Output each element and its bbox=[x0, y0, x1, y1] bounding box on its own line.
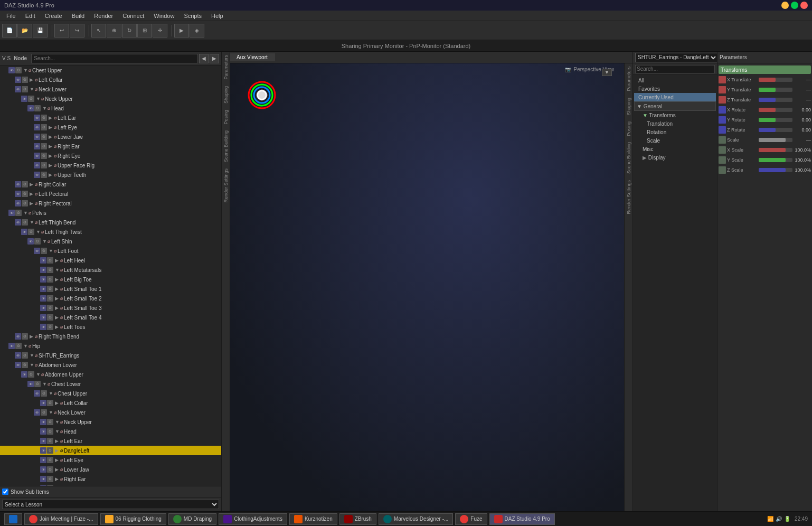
render-icon[interactable]: ⊙ bbox=[47, 324, 53, 330]
expand-arrow[interactable]: ▶ bbox=[55, 258, 60, 263]
param-slider-x-rotate[interactable] bbox=[759, 108, 792, 112]
tool-iray[interactable]: ◈ bbox=[190, 24, 204, 37]
render-icon[interactable]: ⊙ bbox=[47, 419, 53, 425]
vtab-posing[interactable]: Posing bbox=[625, 118, 632, 139]
rp-item-transforms[interactable]: ▼ Transforms bbox=[634, 111, 716, 119]
tool-universal[interactable]: ✛ bbox=[153, 24, 167, 37]
rp-item-favorites[interactable]: Favorites bbox=[634, 84, 716, 93]
visibility-icon[interactable]: 👁 bbox=[8, 210, 15, 216]
param-group-transforms-header[interactable]: Transforms bbox=[719, 65, 811, 74]
taskbar-fuze2[interactable]: Fuze bbox=[455, 513, 487, 525]
tab-posing[interactable]: Posing bbox=[222, 107, 230, 128]
taskbar-kurznotizen[interactable]: Kurznotizen bbox=[289, 513, 337, 525]
expand-arrow[interactable]: ▶ bbox=[55, 476, 60, 482]
render-icon[interactable]: ⊙ bbox=[41, 134, 47, 140]
expand-arrow[interactable]: ▶ bbox=[30, 201, 35, 206]
render-icon[interactable]: ⊙ bbox=[47, 447, 53, 454]
visibility-icon[interactable]: 👁 bbox=[15, 191, 21, 197]
expand-arrow[interactable]: ▼ bbox=[30, 220, 35, 225]
visibility-icon[interactable]: 👁 bbox=[15, 86, 21, 92]
tree-node-chest-upper[interactable]: 👁⊙▼⌀Chest Upper bbox=[0, 65, 221, 75]
expand-arrow[interactable]: ▼ bbox=[55, 429, 60, 434]
expand-arrow[interactable]: ▶ bbox=[30, 334, 35, 339]
tab-scene-building[interactable]: Scene Building bbox=[222, 127, 230, 165]
tab-parameters[interactable]: Parameters bbox=[222, 52, 230, 83]
visibility-icon[interactable]: 👁 bbox=[8, 67, 15, 73]
viewport-tab-aux[interactable]: Aux Viewport bbox=[230, 53, 275, 61]
tree-node-left-small-toe-1[interactable]: 👁⊙▶⌀Left Small Toe 1 bbox=[0, 284, 221, 294]
expand-arrow[interactable]: ▼ bbox=[49, 248, 54, 253]
expand-arrow[interactable]: ▼ bbox=[42, 239, 48, 244]
right-panel-search-input[interactable] bbox=[635, 65, 715, 73]
expand-arrow[interactable]: ▶ bbox=[30, 182, 35, 187]
menu-scripts[interactable]: Scripts bbox=[180, 12, 206, 20]
render-icon[interactable]: ⊙ bbox=[28, 371, 34, 378]
render-icon[interactable]: ⊙ bbox=[47, 400, 53, 406]
param-slider-z-rotate[interactable] bbox=[759, 128, 792, 132]
taskbar-daz[interactable]: DAZ Studio 4.9 Pro bbox=[489, 513, 555, 525]
tree-node-left-metatarsals[interactable]: 👁⊙▼⌀Left Metatarsals bbox=[0, 265, 221, 275]
tree-node-left-ear[interactable]: 👁⊙▶⌀Left Ear bbox=[0, 113, 221, 123]
close-button[interactable] bbox=[800, 2, 808, 9]
vtab-render-settings[interactable]: Render Settings bbox=[625, 177, 632, 218]
render-icon[interactable]: ⊙ bbox=[28, 96, 34, 102]
tree-node-lower-jaw[interactable]: 👁⊙▶⌀Lower Jaw bbox=[0, 465, 221, 474]
visibility-icon[interactable]: 👁 bbox=[40, 476, 46, 482]
visibility-icon[interactable]: 👁 bbox=[40, 324, 46, 330]
expand-arrow[interactable]: ▶ bbox=[49, 163, 54, 168]
visibility-icon[interactable]: 👁 bbox=[15, 200, 21, 206]
tree-node-abdomen-lower[interactable]: 👁⊙▼⌀Abdomen Lower bbox=[0, 360, 221, 370]
tree-node-left-shin[interactable]: 👁⊙▼⌀Left Shin bbox=[0, 237, 221, 246]
expand-arrow[interactable]: ▶ bbox=[30, 191, 35, 196]
visibility-icon[interactable]: 👁 bbox=[34, 115, 40, 121]
expand-arrow[interactable]: ▶ bbox=[55, 400, 60, 406]
sidebar-search-input[interactable] bbox=[31, 54, 198, 63]
visibility-icon[interactable]: 👁 bbox=[34, 134, 40, 140]
tree-node-right-pectoral[interactable]: 👁⊙▶⌀Right Pectoral bbox=[0, 199, 221, 208]
expand-arrow[interactable]: ▼ bbox=[36, 229, 41, 234]
visibility-icon[interactable]: 👁 bbox=[40, 295, 46, 302]
tree-node-right-collar[interactable]: 👁⊙▶⌀Right Collar bbox=[0, 180, 221, 189]
visibility-icon[interactable]: 👁 bbox=[8, 343, 15, 349]
render-icon[interactable]: ⊙ bbox=[34, 381, 41, 387]
expand-arrow[interactable]: ▶ bbox=[55, 324, 60, 330]
visibility-icon[interactable]: 👁 bbox=[15, 362, 21, 368]
tree-node-right-ear[interactable]: 👁⊙▶⌀Right Ear bbox=[0, 142, 221, 151]
param-slider-scale[interactable] bbox=[759, 138, 792, 142]
expand-arrow[interactable]: ▼ bbox=[49, 410, 54, 415]
expand-arrow[interactable]: ▼ bbox=[36, 372, 41, 377]
rp-item-display[interactable]: ▶ Display bbox=[634, 153, 716, 162]
tree-node-left-toes[interactable]: 👁⊙▶⌀Left Toes bbox=[0, 322, 221, 332]
tool-save[interactable]: 💾 bbox=[33, 24, 48, 37]
expand-arrow[interactable]: ▶ bbox=[55, 296, 60, 301]
taskbar-start[interactable] bbox=[4, 513, 22, 525]
param-slider-x-translate[interactable] bbox=[759, 78, 792, 82]
vtab-scene-building[interactable]: Scene Building bbox=[625, 139, 632, 177]
visibility-icon[interactable]: 👁 bbox=[34, 143, 40, 149]
expand-arrow[interactable]: ▶ bbox=[55, 457, 60, 463]
tree-node-neck-lower[interactable]: 👁⊙▼⌀Neck Lower bbox=[0, 84, 221, 94]
visibility-icon[interactable]: 👁 bbox=[34, 409, 40, 416]
menu-create[interactable]: Create bbox=[41, 12, 67, 20]
visibility-icon[interactable]: 👁 bbox=[40, 257, 46, 264]
tree-node-right-eye[interactable]: 👁⊙▶⌀Right Eye bbox=[0, 151, 221, 161]
visibility-icon[interactable]: 👁 bbox=[40, 466, 46, 473]
render-icon[interactable]: ⊙ bbox=[22, 219, 28, 226]
tab-shaping[interactable]: Shaping bbox=[222, 83, 230, 107]
sidebar-nav-right[interactable]: ▶ bbox=[210, 54, 219, 63]
visibility-icon[interactable]: 👁 bbox=[27, 105, 34, 111]
tree-node-left-ear[interactable]: 👁⊙▶⌀Left Ear bbox=[0, 436, 221, 446]
expand-arrow[interactable]: ▶ bbox=[49, 172, 54, 177]
visibility-icon[interactable]: 👁 bbox=[40, 286, 46, 292]
render-icon[interactable]: ⊙ bbox=[47, 438, 53, 444]
tree-node-upper-face-rig[interactable]: 👁⊙▶⌀Upper Face Rig bbox=[0, 161, 221, 170]
expand-arrow[interactable]: ▶ bbox=[49, 125, 54, 130]
visibility-icon[interactable]: 👁 bbox=[40, 428, 46, 435]
param-slider-y-scale[interactable] bbox=[759, 158, 792, 162]
tree-node-hip[interactable]: 👁⊙▼⌀Hip bbox=[0, 341, 221, 351]
tree-node-dangleleft[interactable]: 👁⊙▶⌀DangleLeft bbox=[0, 446, 221, 455]
render-icon[interactable]: ⊙ bbox=[34, 238, 41, 245]
tree-node-abdomen-upper[interactable]: 👁⊙▼⌀Abdomen Upper bbox=[0, 370, 221, 379]
tool-new[interactable]: 📄 bbox=[2, 24, 17, 37]
visibility-icon[interactable]: 👁 bbox=[40, 419, 46, 425]
